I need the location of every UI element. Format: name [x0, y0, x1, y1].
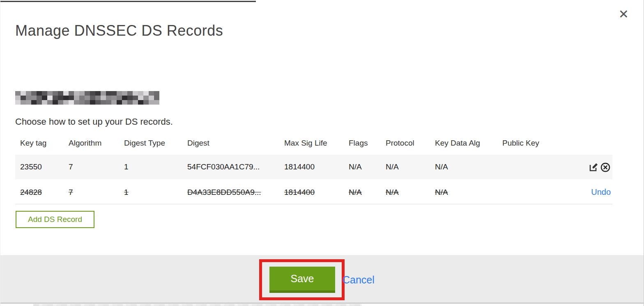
cell-flags: N/A	[349, 188, 386, 197]
col-header-key-data-alg: Key Data Alg	[435, 139, 502, 148]
save-button[interactable]: Save	[269, 267, 335, 293]
window-top-edge	[0, 1, 256, 2]
col-header-digest: Digest	[187, 139, 284, 148]
redacted-domain-name	[15, 91, 159, 105]
cell-digest: D4A33E8DD550A9...	[187, 188, 284, 197]
close-icon[interactable]: ✕	[619, 8, 629, 21]
page-title: Manage DNSSEC DS Records	[15, 22, 223, 39]
cell-max-sig-life: 1814400	[284, 188, 349, 197]
ds-records-table: Key tag Algorithm Digest Type Digest Max…	[15, 135, 612, 204]
col-header-max-sig-life: Max Sig Life	[284, 139, 349, 148]
table-header-row: Key tag Algorithm Digest Type Digest Max…	[15, 135, 612, 151]
cell-max-sig-life: 1814400	[284, 162, 349, 171]
annotation-highlight-box: Save	[259, 259, 345, 300]
edit-icon[interactable]	[589, 162, 599, 172]
cell-key-data-alg: N/A	[435, 188, 502, 197]
cell-flags: N/A	[349, 162, 386, 171]
cell-algorithm: 7	[69, 188, 124, 197]
cell-digest-type: 1	[124, 188, 187, 197]
add-ds-record-button[interactable]: Add DS Record	[16, 211, 94, 228]
col-header-public-key: Public Key	[502, 139, 584, 148]
cell-digest-type: 1	[124, 162, 187, 171]
cell-protocol: N/A	[386, 188, 435, 197]
manage-dnssec-modal: Manage DNSSEC DS Records ✕ Choose how to…	[0, 0, 644, 306]
col-header-protocol: Protocol	[386, 139, 435, 148]
col-header-flags: Flags	[349, 139, 386, 148]
cell-key-tag: 23550	[20, 162, 69, 171]
delete-icon[interactable]	[600, 162, 611, 172]
table-row: 23550 7 1 54FCF030AA1C79... 1814400 N/A …	[15, 155, 612, 179]
instructions-text: Choose how to set up your DS records.	[15, 116, 173, 127]
col-header-digest-type: Digest Type	[124, 139, 187, 148]
cell-key-tag: 24828	[20, 188, 69, 197]
cell-digest: 54FCF030AA1C79...	[187, 162, 284, 171]
cell-algorithm: 7	[69, 162, 124, 171]
cell-key-data-alg: N/A	[435, 162, 502, 171]
cancel-link[interactable]: Cancel	[343, 274, 375, 286]
background-page-remnant	[33, 304, 362, 306]
col-header-key-tag: Key tag	[20, 139, 69, 148]
cell-protocol: N/A	[386, 162, 435, 171]
table-row-deleted: 24828 7 1 D4A33E8DD550A9... 1814400 N/A …	[15, 180, 612, 204]
undo-link[interactable]: Undo	[591, 187, 611, 197]
col-header-algorithm: Algorithm	[69, 139, 124, 148]
